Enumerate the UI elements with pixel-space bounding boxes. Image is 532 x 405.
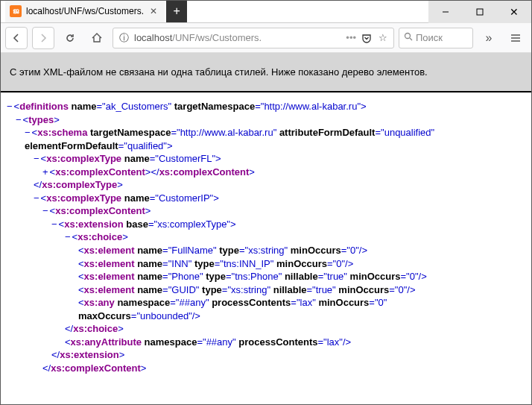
search-bar[interactable]: Поиск — [399, 28, 473, 48]
collapse-toggle[interactable]: − — [34, 192, 41, 204]
forward-icon — [37, 32, 49, 44]
warning-text: С этим XML-файлом не связана ни одна таб… — [10, 66, 428, 78]
maximize-icon — [476, 8, 484, 16]
reload-icon — [64, 32, 76, 44]
search-placeholder: Поиск — [416, 32, 443, 43]
bookmark-star-icon[interactable]: ☆ — [377, 32, 389, 44]
info-icon[interactable]: ⓘ — [118, 32, 130, 44]
menu-button[interactable] — [504, 32, 527, 44]
collapse-toggle[interactable]: − — [25, 127, 32, 138]
titlebar: ജ localhost/UNF/ws/Customers. ✕ + ✕ — [1, 1, 531, 23]
collapse-toggle[interactable]: − — [65, 231, 72, 242]
new-tab-button[interactable]: + — [166, 0, 187, 22]
xml-tree: −<definitions name="ak_Customers" target… — [1, 92, 531, 402]
stylesheet-warning: С этим XML-файлом не связана ни одна таб… — [1, 53, 531, 92]
back-icon — [10, 32, 22, 44]
home-button[interactable] — [86, 27, 108, 49]
overflow-button[interactable]: » — [478, 31, 500, 45]
xampp-favicon: ജ — [10, 5, 22, 17]
nav-toolbar: ⓘ localhost/UNF/ws/Customers. ••• ☆ Поис… — [1, 23, 531, 53]
forward-button[interactable] — [32, 27, 54, 49]
home-icon — [91, 32, 103, 44]
expand-toggle[interactable]: + — [42, 166, 50, 178]
svg-point-2 — [405, 34, 411, 39]
page-actions-icon[interactable]: ••• — [346, 32, 356, 43]
url-text: localhost/UNF/ws/Customers. — [134, 32, 341, 43]
address-bar[interactable]: ⓘ localhost/UNF/ws/Customers. ••• ☆ — [113, 28, 394, 48]
close-tab-icon[interactable]: ✕ — [148, 6, 159, 16]
svg-rect-1 — [477, 9, 483, 15]
back-button[interactable] — [5, 27, 28, 49]
collapse-toggle[interactable]: − — [7, 101, 14, 112]
window-controls: ✕ — [428, 1, 531, 22]
hamburger-icon — [510, 32, 522, 44]
collapse-toggle[interactable]: − — [42, 205, 50, 216]
reload-button[interactable] — [59, 27, 81, 49]
svg-line-3 — [410, 38, 412, 40]
collapse-toggle[interactable]: − — [51, 219, 59, 230]
close-window-button[interactable]: ✕ — [497, 1, 531, 23]
collapse-toggle[interactable]: − — [34, 153, 41, 164]
minimize-button[interactable] — [428, 1, 463, 23]
maximize-button[interactable] — [463, 1, 497, 23]
collapse-toggle[interactable]: − — [16, 114, 23, 125]
search-icon — [404, 32, 413, 43]
pocket-icon[interactable] — [361, 32, 373, 44]
active-tab[interactable]: ജ localhost/UNF/ws/Customers. ✕ — [5, 0, 165, 22]
minimize-icon — [442, 8, 449, 16]
tab-title: localhost/UNF/ws/Customers. — [26, 6, 144, 16]
tab-strip: ജ localhost/UNF/ws/Customers. ✕ + — [1, 1, 187, 22]
